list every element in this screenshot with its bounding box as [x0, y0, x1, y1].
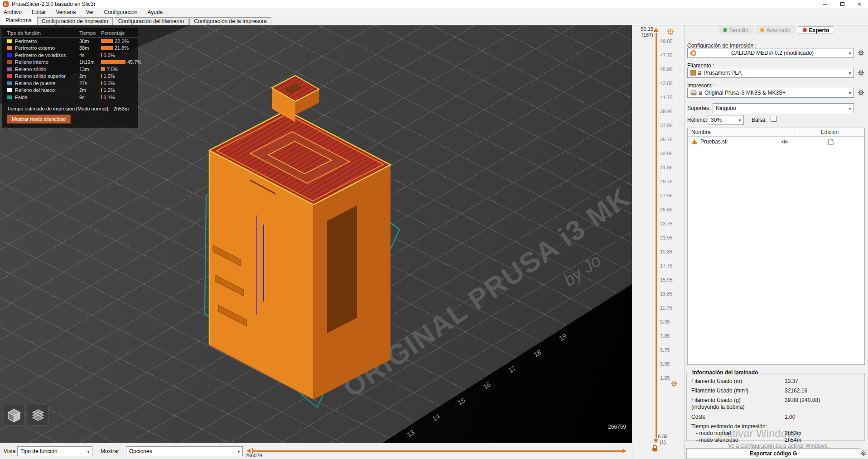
- printed-model[interactable]: [209, 76, 391, 399]
- mode-expert-button[interactable]: Experto: [798, 26, 834, 34]
- layer-slider-bottom-handle[interactable]: [653, 439, 659, 443]
- printer-select[interactable]: Original Prusa i3 MK3S & MK3S+ ▾: [687, 88, 854, 98]
- menu-archivo[interactable]: Archivo: [4, 9, 22, 15]
- layer-tick-label: 43.85: [660, 81, 684, 86]
- hslider-track[interactable]: [253, 450, 622, 452]
- layer-bottom-index: (1): [660, 440, 665, 445]
- feature-color-swatch: [7, 88, 12, 92]
- percent-bar: [101, 60, 125, 64]
- menu-editar[interactable]: Editar: [32, 9, 46, 15]
- feature-name: Relleno del hueco: [15, 87, 79, 93]
- tab[interactable]: Configuración de Impresión: [37, 17, 113, 25]
- feature-time: 2m: [79, 73, 101, 79]
- sliced-info-title: Información del laminado: [690, 369, 760, 376]
- sliced-info-value: 1.00: [785, 414, 795, 420]
- view-layers-button[interactable]: [28, 405, 48, 426]
- feature-name: Relleno sólido: [15, 67, 79, 72]
- tab[interactable]: Configuración de la Impresora: [189, 17, 271, 25]
- menu-ventana[interactable]: Ventana: [56, 9, 76, 15]
- feature-time: 2m: [79, 87, 101, 93]
- print-settings-gear-icon[interactable]: [858, 49, 864, 56]
- feature-name: Relleno sólido superior: [15, 73, 79, 79]
- red-dot-icon: [803, 28, 807, 32]
- chevron-down-icon: ▾: [846, 48, 854, 57]
- feature-color-swatch: [7, 95, 12, 100]
- menu-configuración[interactable]: Configuración: [104, 9, 137, 15]
- legend-col-time: Tiempo: [79, 30, 101, 36]
- estimate-value: 2h53m: [113, 106, 129, 111]
- tab[interactable]: Plataforma: [1, 16, 36, 25]
- layer-tick-label: 3.95: [660, 361, 684, 367]
- layer-tick-label: 47.75: [660, 53, 684, 58]
- legend-row: Relleno sólido superior2m1.0%: [2, 73, 138, 80]
- feature-color-swatch: [7, 53, 12, 57]
- layer-tick-label: 33.95: [660, 151, 684, 156]
- sliced-info-label: Filamento Usado (m): [691, 378, 742, 384]
- layer-settings-icon[interactable]: [667, 28, 674, 35]
- layer-slider-track[interactable]: [656, 33, 657, 438]
- minimize-button[interactable]: [816, 0, 834, 8]
- print-config-select[interactable]: CALIDAD MEDIA 0.2 (modificado) ▾: [687, 48, 854, 58]
- 3d-viewport[interactable]: ORIGINAL PRUSA i3 MK by Jo 1314151617181…: [0, 25, 632, 443]
- col-edit-header: Edición: [795, 128, 864, 136]
- export-gcode-button[interactable]: Exportar código G: [686, 448, 860, 459]
- sliced-info-label: - modo normal: [696, 430, 731, 436]
- supports-select[interactable]: Ninguno ▾: [713, 103, 854, 113]
- layer-tick-label: 35.75: [660, 137, 684, 142]
- feature-time: 38m: [79, 45, 101, 51]
- layer-tick-label: 15.95: [660, 277, 684, 282]
- filament-select[interactable]: Prusament PLA ▾: [687, 68, 854, 78]
- infill-label: Relleno:: [687, 117, 707, 123]
- chevron-down-icon: ▾: [846, 104, 854, 113]
- show-silent-mode-button[interactable]: Mostrar modo silencioso: [7, 115, 71, 124]
- feature-name: Relleno interno: [15, 59, 79, 65]
- show-select[interactable]: Opciones ▾: [126, 446, 243, 456]
- maximize-button[interactable]: [834, 0, 851, 8]
- object-row[interactable]: Pruebas.stl: [688, 137, 864, 147]
- window-title: PrusaSlicer-2.3.0 basado en Slic3r: [12, 0, 96, 8]
- feature-time: 38m: [79, 38, 101, 44]
- printer-settings-gear-icon[interactable]: [858, 89, 864, 96]
- view-3d-button[interactable]: [4, 405, 24, 426]
- legend-panel: Tipo de función Tiempo Porcentaje Períme…: [2, 28, 138, 128]
- view-select[interactable]: Tipo de función ▾: [17, 446, 92, 456]
- feature-percent: 0.0%: [101, 53, 135, 58]
- infill-select[interactable]: 30% ▾: [708, 115, 744, 125]
- mode-simple-button[interactable]: Sencillo: [719, 26, 753, 34]
- mode-advanced-button[interactable]: Avanzado: [756, 26, 795, 34]
- filament-settings-gear-icon[interactable]: [858, 69, 864, 76]
- feature-time: 27s: [79, 81, 101, 86]
- lock-icon: [698, 71, 702, 76]
- close-button[interactable]: ×: [851, 0, 868, 8]
- legend-row: Relleno interno1h19m45.7%: [2, 59, 138, 66]
- eye-icon[interactable]: [781, 139, 788, 144]
- sliced-info-label: (incluyendo la bobina): [691, 404, 744, 410]
- feature-color-swatch: [7, 67, 12, 72]
- layer-slider-top-handle[interactable]: [653, 28, 659, 32]
- menu-items: ArchivoEditarVentanaVerConfiguraciónAyud…: [4, 9, 163, 15]
- tab[interactable]: Configuración del filamento: [114, 17, 188, 25]
- layer-tick-label: 5.75: [660, 347, 684, 353]
- feature-color-swatch: [7, 46, 12, 50]
- mode-expert-label: Experto: [809, 27, 829, 33]
- percent-bar: [101, 46, 113, 50]
- mode-simple-label: Sencillo: [729, 27, 748, 33]
- printer-icon: [690, 90, 697, 96]
- legend-row: Perímetro externo38m21.8%: [2, 45, 138, 52]
- sliced-info-value: 32162.16: [785, 387, 807, 394]
- sliced-info-label: Tiempo estimado de impresión:: [691, 423, 767, 430]
- raft-checkbox[interactable]: [771, 116, 776, 122]
- legend-row: Perímetro38m22.2%: [2, 38, 138, 45]
- infill-value: 30%: [711, 117, 736, 123]
- filament-color-swatch: [690, 70, 696, 76]
- tabbar: PlataformaConfiguración de ImpresiónConf…: [0, 16, 868, 25]
- menu-ver[interactable]: Ver: [86, 9, 94, 15]
- hslider-right-handle[interactable]: [622, 449, 627, 453]
- menu-ayuda[interactable]: Ayuda: [147, 9, 163, 15]
- export-settings-gear-icon[interactable]: [861, 450, 867, 456]
- lock-icon[interactable]: [651, 445, 658, 452]
- layer-tick-label: 21.95: [660, 235, 684, 240]
- layer-edit-icon[interactable]: [670, 380, 677, 387]
- feature-percent: 1.2%: [101, 87, 135, 93]
- edit-object-icon[interactable]: [828, 139, 834, 145]
